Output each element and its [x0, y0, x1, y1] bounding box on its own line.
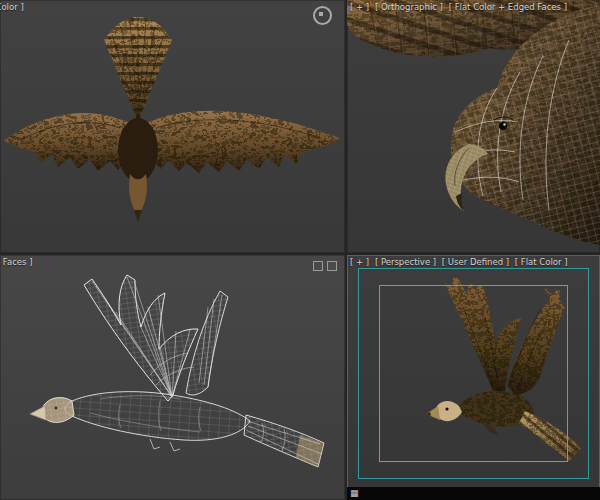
- eagle-model[interactable]: [4, 17, 340, 222]
- viewport-toggle-icon[interactable]: [327, 261, 337, 271]
- viewport-shading-button[interactable]: [ Flat Color + Edged Faces ]: [0, 257, 33, 267]
- viewport-top[interactable]: [ + ] [ Top ] [ Flat Color ]: [0, 0, 345, 253]
- viewport-perspective[interactable]: [ + ] [ Perspective ] [ User Defined ] […: [347, 255, 600, 500]
- viewport-label-front: [ + ] [ Front ] [ Flat Color + Edged Fac…: [0, 257, 36, 268]
- eagle-head-render: [347, 0, 600, 253]
- viewport-shading-button[interactable]: [ Flat Color ]: [515, 257, 568, 267]
- eagle-top-view-render: [0, 0, 345, 253]
- trackbar-grid-icon[interactable]: ▦: [350, 488, 359, 498]
- viewport-label-orthographic: [ + ] [ Orthographic ] [ Flat Color + Ed…: [350, 2, 570, 13]
- viewport-splitter-vertical[interactable]: [345, 0, 347, 500]
- eagle-model[interactable]: [426, 277, 581, 461]
- eagle-perspective-render: [347, 255, 600, 487]
- eagle-model[interactable]: [30, 275, 324, 467]
- viewport-toggle-icon[interactable]: [313, 261, 323, 271]
- eagle-model[interactable]: [347, 0, 600, 245]
- navigation-wheel-icon[interactable]: [313, 6, 332, 25]
- viewport-orthographic[interactable]: [ + ] [ Orthographic ] [ Flat Color + Ed…: [347, 0, 600, 253]
- viewport-camera-button[interactable]: [ User Defined ]: [442, 257, 509, 267]
- viewport-splitter-horizontal[interactable]: [0, 253, 600, 255]
- eagle-wireframe-render: [0, 255, 345, 500]
- viewport-shading-button[interactable]: [ Flat Color + Edged Faces ]: [449, 2, 567, 12]
- trackbar[interactable]: ▦: [347, 487, 600, 500]
- viewport-view-button[interactable]: [ Perspective ]: [375, 257, 436, 267]
- viewport-menu-button[interactable]: [ + ]: [350, 2, 369, 12]
- viewport-front[interactable]: [ + ] [ Front ] [ Flat Color + Edged Fac…: [0, 255, 345, 500]
- viewport-label-perspective: [ + ] [ Perspective ] [ User Defined ] […: [350, 257, 571, 268]
- viewport-menu-button[interactable]: [ + ]: [350, 257, 369, 267]
- viewport-label-top: [ + ] [ Top ] [ Flat Color ]: [0, 2, 27, 13]
- viewport-view-button[interactable]: [ Orthographic ]: [375, 2, 443, 12]
- viewport-shading-button[interactable]: [ Flat Color ]: [0, 2, 24, 12]
